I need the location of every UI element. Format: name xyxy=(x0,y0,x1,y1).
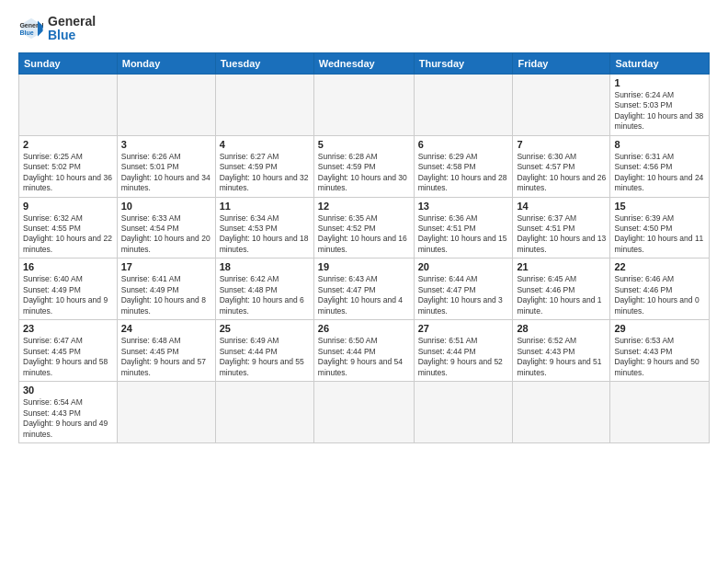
day-info: Sunrise: 6:48 AMSunset: 4:45 PMDaylight:… xyxy=(121,336,211,378)
day-number: 29 xyxy=(614,323,705,334)
day-number: 1 xyxy=(614,77,705,88)
day-number: 2 xyxy=(23,139,113,150)
day-info: Sunrise: 6:43 AMSunset: 4:47 PMDaylight:… xyxy=(318,274,410,316)
calendar-day-cell: 9Sunrise: 6:32 AMSunset: 4:55 PMDaylight… xyxy=(19,197,118,259)
day-of-week-header: Monday xyxy=(117,52,215,74)
calendar-day-cell xyxy=(513,382,610,443)
logo: General Blue General Blue xyxy=(18,15,96,43)
calendar-day-cell: 28Sunrise: 6:52 AMSunset: 4:43 PMDayligh… xyxy=(513,320,610,382)
day-number: 26 xyxy=(318,323,410,334)
day-info: Sunrise: 6:36 AMSunset: 4:51 PMDaylight:… xyxy=(418,213,509,256)
calendar-day-cell: 5Sunrise: 6:28 AMSunset: 4:59 PMDaylight… xyxy=(313,135,414,197)
day-number: 18 xyxy=(220,261,310,272)
day-number: 25 xyxy=(220,323,310,334)
day-info: Sunrise: 6:46 AMSunset: 4:46 PMDaylight:… xyxy=(614,274,705,316)
day-of-week-header: Sunday xyxy=(19,52,118,74)
calendar-day-cell: 7Sunrise: 6:30 AMSunset: 4:57 PMDaylight… xyxy=(513,135,610,197)
day-of-week-header: Wednesday xyxy=(313,52,414,74)
calendar-day-cell: 24Sunrise: 6:48 AMSunset: 4:45 PMDayligh… xyxy=(117,320,215,382)
day-number: 3 xyxy=(121,139,211,150)
calendar-day-cell: 30Sunrise: 6:54 AMSunset: 4:43 PMDayligh… xyxy=(19,382,118,443)
day-number: 17 xyxy=(121,261,211,272)
day-number: 11 xyxy=(220,201,310,212)
calendar-day-cell: 22Sunrise: 6:46 AMSunset: 4:46 PMDayligh… xyxy=(610,259,710,320)
calendar-day-cell: 6Sunrise: 6:29 AMSunset: 4:58 PMDaylight… xyxy=(414,135,513,197)
day-info: Sunrise: 6:35 AMSunset: 4:52 PMDaylight:… xyxy=(318,213,410,256)
calendar-week-row: 1Sunrise: 6:24 AMSunset: 5:03 PMDaylight… xyxy=(19,74,710,135)
day-number: 21 xyxy=(517,261,606,272)
svg-text:Blue: Blue xyxy=(19,29,33,36)
day-info: Sunrise: 6:34 AMSunset: 4:53 PMDaylight:… xyxy=(220,213,310,256)
day-info: Sunrise: 6:29 AMSunset: 4:58 PMDaylight:… xyxy=(418,152,509,194)
day-info: Sunrise: 6:25 AMSunset: 5:02 PMDaylight:… xyxy=(23,152,113,194)
day-info: Sunrise: 6:31 AMSunset: 4:56 PMDaylight:… xyxy=(614,152,705,194)
calendar-day-cell: 29Sunrise: 6:53 AMSunset: 4:43 PMDayligh… xyxy=(610,320,710,382)
day-number: 19 xyxy=(318,261,410,272)
day-info: Sunrise: 6:39 AMSunset: 4:50 PMDaylight:… xyxy=(614,213,705,256)
day-info: Sunrise: 6:47 AMSunset: 4:45 PMDaylight:… xyxy=(23,336,113,378)
day-info: Sunrise: 6:51 AMSunset: 4:44 PMDaylight:… xyxy=(418,336,509,378)
calendar-day-cell: 17Sunrise: 6:41 AMSunset: 4:49 PMDayligh… xyxy=(117,259,215,320)
day-number: 14 xyxy=(517,201,606,212)
day-number: 27 xyxy=(418,323,509,334)
calendar-day-cell xyxy=(313,382,414,443)
day-info: Sunrise: 6:24 AMSunset: 5:03 PMDaylight:… xyxy=(614,90,705,132)
calendar-day-cell: 18Sunrise: 6:42 AMSunset: 4:48 PMDayligh… xyxy=(215,259,313,320)
calendar-day-cell: 23Sunrise: 6:47 AMSunset: 4:45 PMDayligh… xyxy=(19,320,118,382)
day-info: Sunrise: 6:40 AMSunset: 4:49 PMDaylight:… xyxy=(23,274,113,316)
calendar-day-cell: 25Sunrise: 6:49 AMSunset: 4:44 PMDayligh… xyxy=(215,320,313,382)
day-info: Sunrise: 6:45 AMSunset: 4:46 PMDaylight:… xyxy=(517,274,606,316)
day-of-week-header: Saturday xyxy=(610,52,710,74)
day-of-week-header: Friday xyxy=(513,52,610,74)
calendar-week-row: 16Sunrise: 6:40 AMSunset: 4:49 PMDayligh… xyxy=(19,259,710,320)
day-info: Sunrise: 6:42 AMSunset: 4:48 PMDaylight:… xyxy=(220,274,310,316)
calendar-day-cell: 21Sunrise: 6:45 AMSunset: 4:46 PMDayligh… xyxy=(513,259,610,320)
calendar-day-cell xyxy=(117,382,215,443)
day-of-week-header: Thursday xyxy=(414,52,513,74)
logo-icon: General Blue xyxy=(18,16,44,41)
day-number: 5 xyxy=(318,139,410,150)
calendar-day-cell xyxy=(414,382,513,443)
day-info: Sunrise: 6:44 AMSunset: 4:47 PMDaylight:… xyxy=(418,274,509,316)
day-number: 15 xyxy=(614,201,705,212)
calendar-day-cell: 8Sunrise: 6:31 AMSunset: 4:56 PMDaylight… xyxy=(610,135,710,197)
day-info: Sunrise: 6:37 AMSunset: 4:51 PMDaylight:… xyxy=(517,213,606,256)
calendar-day-cell xyxy=(414,74,513,135)
day-info: Sunrise: 6:50 AMSunset: 4:44 PMDaylight:… xyxy=(318,336,410,378)
calendar-day-cell: 13Sunrise: 6:36 AMSunset: 4:51 PMDayligh… xyxy=(414,197,513,259)
day-info: Sunrise: 6:33 AMSunset: 4:54 PMDaylight:… xyxy=(121,213,211,256)
calendar-day-cell: 20Sunrise: 6:44 AMSunset: 4:47 PMDayligh… xyxy=(414,259,513,320)
calendar-day-cell: 27Sunrise: 6:51 AMSunset: 4:44 PMDayligh… xyxy=(414,320,513,382)
day-info: Sunrise: 6:52 AMSunset: 4:43 PMDaylight:… xyxy=(517,336,606,378)
day-info: Sunrise: 6:28 AMSunset: 4:59 PMDaylight:… xyxy=(318,152,410,194)
day-number: 23 xyxy=(23,323,113,334)
calendar-day-cell xyxy=(117,74,215,135)
day-info: Sunrise: 6:30 AMSunset: 4:57 PMDaylight:… xyxy=(517,152,606,194)
calendar-week-row: 23Sunrise: 6:47 AMSunset: 4:45 PMDayligh… xyxy=(19,320,710,382)
header: General Blue General Blue xyxy=(18,15,710,43)
calendar-week-row: 30Sunrise: 6:54 AMSunset: 4:43 PMDayligh… xyxy=(19,382,710,443)
calendar-day-cell: 16Sunrise: 6:40 AMSunset: 4:49 PMDayligh… xyxy=(19,259,118,320)
day-number: 4 xyxy=(220,139,310,150)
day-number: 30 xyxy=(23,385,113,396)
calendar-table: SundayMondayTuesdayWednesdayThursdayFrid… xyxy=(18,52,710,443)
day-info: Sunrise: 6:41 AMSunset: 4:49 PMDaylight:… xyxy=(121,274,211,316)
calendar-day-cell: 15Sunrise: 6:39 AMSunset: 4:50 PMDayligh… xyxy=(610,197,710,259)
calendar-day-cell: 1Sunrise: 6:24 AMSunset: 5:03 PMDaylight… xyxy=(610,74,710,135)
logo-blue: Blue xyxy=(48,29,96,42)
day-number: 20 xyxy=(418,261,509,272)
day-of-week-header: Tuesday xyxy=(215,52,313,74)
calendar-day-cell: 3Sunrise: 6:26 AMSunset: 5:01 PMDaylight… xyxy=(117,135,215,197)
day-info: Sunrise: 6:49 AMSunset: 4:44 PMDaylight:… xyxy=(220,336,310,378)
calendar-day-cell xyxy=(313,74,414,135)
page: General Blue General Blue SundayMondayTu… xyxy=(0,0,728,563)
calendar-day-cell: 2Sunrise: 6:25 AMSunset: 5:02 PMDaylight… xyxy=(19,135,118,197)
day-number: 13 xyxy=(418,201,509,212)
calendar-day-cell xyxy=(610,382,710,443)
calendar-day-cell: 19Sunrise: 6:43 AMSunset: 4:47 PMDayligh… xyxy=(313,259,414,320)
calendar-day-cell xyxy=(215,74,313,135)
calendar-header-row: SundayMondayTuesdayWednesdayThursdayFrid… xyxy=(19,52,710,74)
day-number: 24 xyxy=(121,323,211,334)
day-number: 9 xyxy=(23,201,113,212)
day-number: 6 xyxy=(418,139,509,150)
